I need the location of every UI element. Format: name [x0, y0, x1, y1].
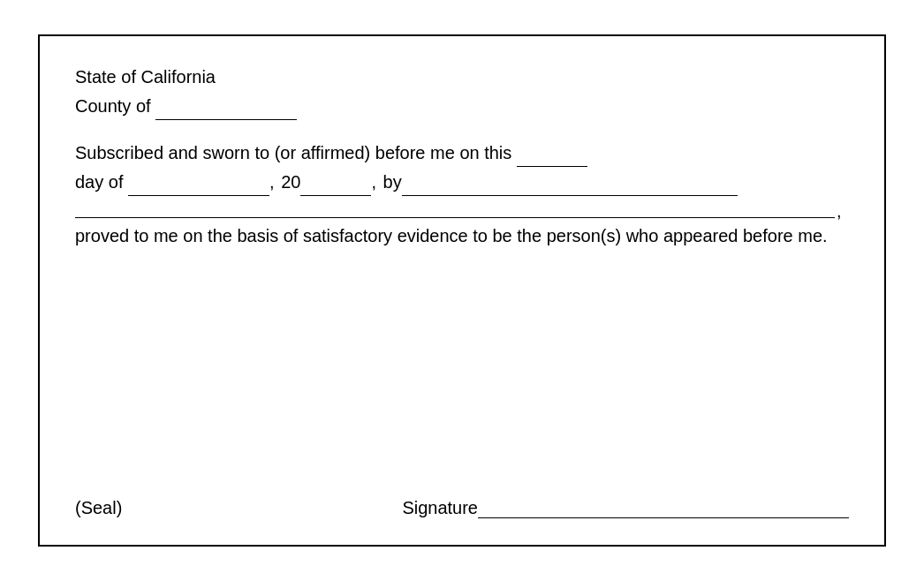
year-prefix: 20 — [281, 172, 300, 192]
signature-label: Signature — [402, 498, 478, 518]
signature-blank[interactable] — [478, 502, 849, 518]
content-area: State of California County of Subscribed… — [75, 63, 849, 250]
footer-area: (Seal) Signature — [75, 489, 849, 518]
proved-text: proved to me on the basis of satisfactor… — [75, 222, 849, 250]
subscribed-line2: day of , 20 , by — [75, 167, 849, 196]
subscribed-prefix: Subscribed and sworn to (or affirmed) be… — [75, 143, 511, 162]
signature-area: Signature — [402, 498, 849, 518]
name-blank[interactable] — [402, 167, 738, 196]
county-line: County of — [75, 91, 849, 120]
continuation-line: , — [75, 198, 849, 222]
state-text: State of California — [75, 67, 216, 87]
notary-block: State of California County of Subscribed… — [38, 34, 886, 547]
seal-label: (Seal) — [75, 498, 122, 518]
continuation-blank[interactable] — [75, 201, 835, 218]
day-of-prefix: day of — [75, 172, 123, 192]
year-blank[interactable] — [300, 167, 371, 196]
month-blank[interactable] — [128, 167, 269, 196]
subscribed-line1: Subscribed and sworn to (or affirmed) be… — [75, 138, 849, 167]
day-blank[interactable] — [517, 138, 587, 167]
county-blank[interactable] — [155, 91, 297, 120]
proved-content: proved to me on the basis of satisfactor… — [75, 226, 828, 245]
state-line: State of California — [75, 63, 849, 91]
county-prefix: County of — [75, 96, 151, 116]
by-prefix: by — [383, 172, 402, 192]
